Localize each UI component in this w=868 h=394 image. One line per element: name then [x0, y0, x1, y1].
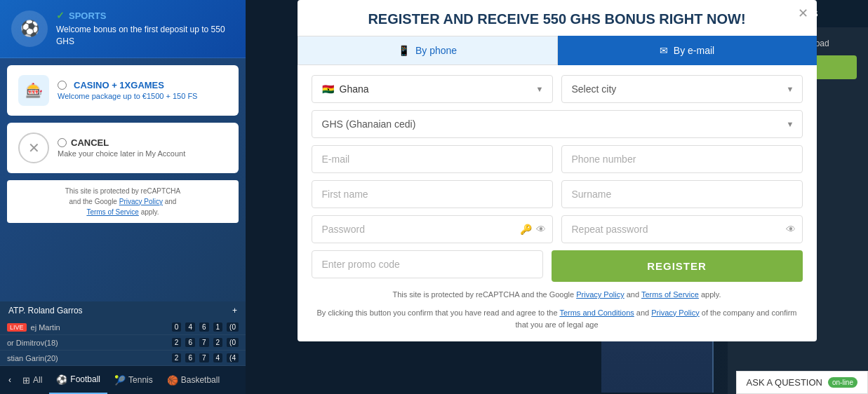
password-field[interactable] [312, 215, 553, 243]
match-area: ATP. Roland Garros + LIVE ej Martin 0461… [0, 301, 246, 366]
cancel-radio[interactable] [58, 138, 67, 147]
tab-football-label: Football [70, 374, 100, 384]
password-row: 🔑 👁 👁 [312, 215, 803, 243]
cancel-icon: ✕ [18, 133, 49, 163]
terms-service-link[interactable]: Terms of Service [641, 290, 699, 299]
tab-phone-label: By phone [415, 45, 457, 56]
country-city-row: 🇬🇭 Ghana ▼ Select city [312, 75, 803, 103]
currency-row: GHS (Ghanaian cedi) [312, 110, 803, 138]
table-row: stian Garin(20) 2674(4 [0, 351, 246, 366]
repeat-eye-icon[interactable]: 👁 [786, 224, 796, 235]
cancel-title: CANCEL [71, 137, 109, 148]
tab-tennis[interactable]: 🎾 Tennis [107, 366, 160, 394]
sports-banner: ⚽ ✓ SPORTS Welcome bonus on the first de… [0, 0, 246, 58]
casino-radio[interactable] [58, 81, 67, 90]
phone-group [561, 145, 803, 173]
tab-by-email[interactable]: ✉ By e-mail [558, 36, 817, 65]
casino-text: CASINO + 1XGAMES Welcome package up to €… [58, 80, 197, 100]
registration-tabs: 📱 By phone ✉ By e-mail [298, 36, 817, 65]
legal-text-p2: By clicking this button you confirm that… [316, 308, 559, 317]
tab-all-label: All [33, 375, 42, 385]
firstname-field[interactable] [312, 180, 553, 208]
legal-and2: and [634, 308, 651, 317]
promo-field[interactable] [312, 250, 543, 278]
match-name: or Dimitrov(18) [7, 339, 168, 347]
tab-basketball-label: Basketball [181, 375, 220, 385]
tab-by-phone[interactable]: 📱 By phone [298, 36, 558, 65]
tab-football[interactable]: ⚽ Football [49, 366, 107, 394]
register-button[interactable]: REGISTER [552, 250, 803, 282]
legal-and1: and [625, 290, 641, 299]
tab-email-label: By e-mail [674, 45, 714, 56]
sports-title: ✓ SPORTS [56, 10, 234, 21]
repeat-password-group: 👁 [561, 215, 803, 243]
ask-question-widget[interactable]: ASK A QUESTION on-line [736, 371, 868, 394]
country-group: 🇬🇭 Ghana ▼ [312, 75, 553, 103]
legal-text-2: By clicking this button you confirm that… [312, 307, 803, 332]
tab-prev-arrow[interactable]: ‹ [4, 375, 15, 385]
firstname-group [312, 180, 553, 208]
all-icon: ⊞ [22, 375, 30, 386]
legal-text-1: This site is protected by reCAPTCHA and … [312, 289, 803, 301]
cancel-desc: Make your choice later in My Account [58, 149, 185, 158]
key-icon[interactable]: 🔑 [520, 224, 532, 235]
live-badge: LIVE [7, 323, 27, 332]
name-row [312, 180, 803, 208]
football-icon: ⚽ [56, 374, 67, 385]
tab-tennis-label: Tennis [128, 375, 153, 385]
registration-form: 🇬🇭 Ghana ▼ Select city GHS (Ghanaian ced… [298, 65, 817, 341]
tab-basketball[interactable]: 🏀 Basketball [160, 366, 227, 394]
match-header: ATP. Roland Garros + [0, 301, 246, 320]
close-button[interactable]: ✕ [798, 7, 808, 20]
promo-register-row: REGISTER [312, 250, 803, 282]
password-group: 🔑 👁 [312, 215, 553, 243]
tab-all[interactable]: ⊞ All [15, 366, 49, 394]
phone-field[interactable] [561, 145, 803, 173]
table-row: LIVE ej Martin 0461(0 [0, 320, 246, 335]
cancel-option[interactable]: ✕ CANCEL Make your choice later in My Ac… [7, 123, 239, 173]
modal-header: REGISTER AND RECEIVE 550 GHS BONUS RIGHT… [298, 0, 817, 36]
email-field[interactable] [312, 145, 553, 173]
city-group: Select city [561, 75, 803, 103]
basketball-icon: 🏀 [167, 375, 178, 386]
currency-group: GHS (Ghanaian cedi) [312, 110, 803, 138]
match-name: ej Martin [31, 323, 168, 332]
password-icons: 🔑 👁 [520, 224, 546, 235]
city-select[interactable]: Select city [561, 75, 803, 103]
modal-title: REGISTER AND RECEIVE 550 GHS BONUS RIGHT… [312, 11, 803, 27]
registration-modal: REGISTER AND RECEIVE 550 GHS BONUS RIGHT… [298, 0, 817, 341]
surname-field[interactable] [561, 180, 803, 208]
repeat-password-icons: 👁 [786, 224, 796, 235]
country-select[interactable]: 🇬🇭 Ghana ▼ [312, 75, 553, 103]
repeat-password-field[interactable] [561, 215, 803, 243]
legal-apply: apply. [699, 290, 721, 299]
match-score: 2672(0 [172, 338, 239, 347]
country-chevron-icon: ▼ [536, 85, 544, 93]
match-event-name: ATP. Roland Garros [8, 306, 83, 315]
match-score: 2674(4 [172, 353, 239, 362]
country-name: Ghana [340, 83, 369, 95]
sports-banner-text: ✓ SPORTS Welcome bonus on the first depo… [56, 10, 234, 48]
phone-icon: 📱 [398, 45, 410, 56]
sports-tabs: ‹ ⊞ All ⚽ Football 🎾 Tennis 🏀 Basketball [0, 366, 246, 394]
cancel-text: CANCEL Make your choice later in My Acco… [58, 137, 185, 158]
add-match-icon[interactable]: + [232, 306, 237, 315]
check-icon: ✓ [56, 10, 65, 21]
privacy-link[interactable]: Privacy Policy [651, 308, 699, 317]
ask-question-label: ASK A QUESTION [747, 377, 822, 388]
match-score: 0461(0 [172, 322, 239, 332]
privacy-policy-link[interactable]: Privacy Policy [576, 290, 624, 299]
casino-option[interactable]: 🎰 CASINO + 1XGAMES Welcome package up to… [7, 65, 239, 116]
email-tab-icon: ✉ [660, 45, 668, 56]
online-status-badge: on-line [828, 377, 857, 388]
terms-conditions-link[interactable]: Terms and Conditions [559, 308, 634, 317]
match-name: stian Garin(20) [7, 354, 168, 362]
table-row: or Dimitrov(18) 2672(0 [0, 335, 246, 351]
eye-icon[interactable]: 👁 [536, 224, 546, 235]
currency-select[interactable]: GHS (Ghanaian cedi) [312, 110, 803, 138]
sports-desc: Welcome bonus on the first deposit up to… [56, 24, 234, 48]
legal-text-p1: This site is protected by reCAPTCHA and … [393, 290, 577, 299]
terms-link[interactable]: Terms of Service [86, 208, 138, 216]
privacy-policy-link[interactable]: Privacy Policy [119, 198, 163, 205]
country-flag: 🇬🇭 [322, 83, 334, 95]
